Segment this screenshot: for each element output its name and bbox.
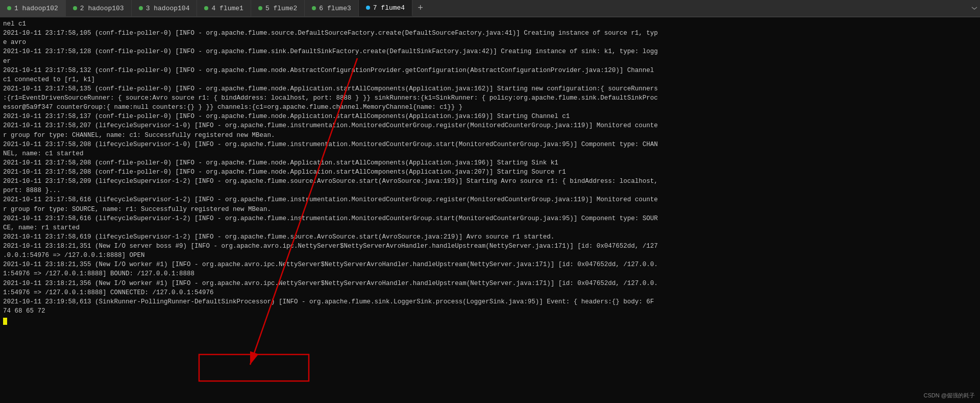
terminal-line: CE, name: r1 started [3,223,977,232]
terminal-line: 2021-10-11 23:17:58,135 (conf-file-polle… [3,84,977,93]
tab-tab7[interactable]: 7 flume4 [359,0,412,16]
terminal-line: 2021-10-11 23:17:58,132 (conf-file-polle… [3,66,977,75]
tab-scrollbar [971,0,980,16]
terminal-line: r group for type: CHANNEL, name: c1: Suc… [3,131,977,140]
terminal-line: 2021-10-11 23:17:58,208 (lifecycleSuperv… [3,140,977,149]
terminal-line: 2021-10-11 23:17:58,207 (lifecycleSuperv… [3,121,977,130]
terminal-line: 74 68 65 72 [3,306,977,316]
terminal-line: essor@5a9f347 counterGroup:{ name:null c… [3,103,977,112]
tab-label-tab5: 5 flume2 [265,5,297,12]
tab-plus-button[interactable]: + [412,0,428,16]
tab-dot-tab6 [312,6,316,10]
terminal-content: nel c12021-10-11 23:17:58,105 (conf-file… [0,17,980,403]
tab-dot-tab2 [73,6,77,10]
svg-rect-2 [199,354,309,381]
tab-tab5[interactable]: 5 flume2 [251,0,305,16]
terminal-line: 2021-10-11 23:19:58,613 (SinkRunner-Poll… [3,297,977,306]
tab-tab1[interactable]: 1 hadoop102 [0,0,66,16]
terminal-line: c1 connected to [r1, k1] [3,75,977,84]
terminal-line: 2021-10-11 23:17:58,137 (conf-file-polle… [3,112,977,121]
terminal-line: 2021-10-11 23:17:58,105 (conf-file-polle… [3,29,977,38]
terminal-line: 2021-10-11 23:17:58,128 (conf-file-polle… [3,47,977,56]
watermark: CSDN @倔强的耗子 [924,392,975,400]
tab-label-tab1: 1 hadoop102 [14,5,58,12]
terminal-line: NEL, name: c1 started [3,149,977,158]
tab-dot-tab7 [366,6,370,10]
tab-label-tab2: 2 hadoop103 [80,5,124,12]
terminal-line: 2021-10-11 23:17:58,619 (lifecycleSuperv… [3,232,977,242]
tab-tab2[interactable]: 2 hadoop103 [66,0,132,16]
tab-bar: 1 hadoop1022 hadoop1033 hadoop1044 flume… [0,0,980,17]
tab-tab4[interactable]: 4 flume1 [197,0,251,16]
terminal-line: 2021-10-11 23:18:21,356 (New I/O worker … [3,279,977,288]
terminal-line: e avro [3,38,977,47]
terminal-line: 1:54976 => /127.0.0.1:8888] BOUND: /127.… [3,269,977,278]
tab-tab6[interactable]: 6 flume3 [305,0,358,16]
tab-dot-tab3 [139,6,143,10]
terminal-line: :{r1=EventDrivenSourceRunner: { source:A… [3,93,977,103]
terminal-line: er [3,57,977,66]
tab-tab3[interactable]: 3 hadoop104 [132,0,198,16]
terminal-line: 1:54976 => /127.0.0.1:8888] CONNECTED: /… [3,288,977,297]
tab-label-tab6: 6 flume3 [319,5,351,12]
terminal-line: r group for type: SOURCE, name: r1: Succ… [3,205,977,214]
tab-label-tab7: 7 flume4 [373,4,405,12]
tab-label-tab4: 4 flume1 [211,5,243,12]
terminal-line: 2021-10-11 23:17:58,208 (conf-file-polle… [3,168,977,177]
terminal-line: 2021-10-11 23:18:21,355 (New I/O worker … [3,260,977,269]
cursor [3,318,7,325]
tab-dot-tab4 [204,6,208,10]
terminal-line: 2021-10-11 23:18:21,351 (New I/O server … [3,242,977,251]
terminal-line: 2021-10-11 23:17:58,208 (conf-file-polle… [3,158,977,168]
terminal-line: 2021-10-11 23:17:58,616 (lifecycleSuperv… [3,195,977,204]
terminal-line: 2021-10-11 23:17:58,209 (lifecycleSuperv… [3,177,977,186]
tab-dot-tab5 [258,6,262,10]
tab-dot-tab1 [7,6,11,10]
terminal-line: .0.0.1:54976 => /127.0.0.1:8888] OPEN [3,251,977,260]
terminal-line: port: 8888 }... [3,186,977,195]
terminal-line: 2021-10-11 23:17:58,616 (lifecycleSuperv… [3,214,977,223]
terminal-line: nel c1 [3,19,977,29]
tab-label-tab3: 3 hadoop104 [146,5,190,12]
